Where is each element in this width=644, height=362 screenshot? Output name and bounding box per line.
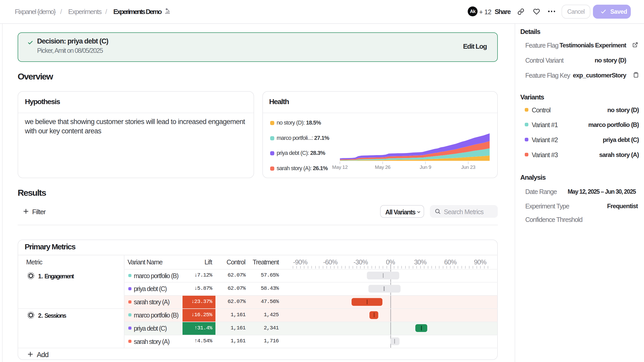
svg-text:May 26: May 26 [375, 164, 390, 170]
svg-text:May 12: May 12 [332, 164, 348, 170]
svg-text:Jun 23: Jun 23 [461, 164, 475, 170]
svg-text:Jun 9: Jun 9 [420, 164, 431, 170]
